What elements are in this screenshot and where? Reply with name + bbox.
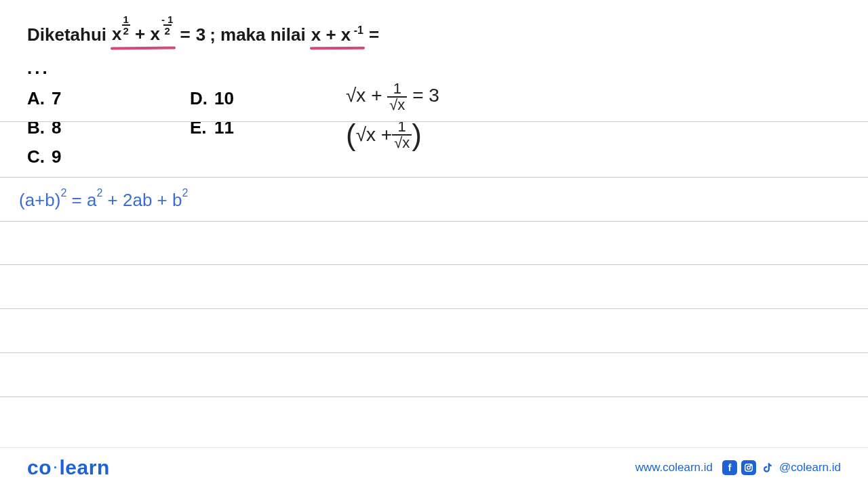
option-a-value: 7: [52, 88, 61, 108]
handwriting-black-line1: √x + 1√x = 3: [346, 81, 439, 113]
question-text: Diketahui x12 + x- 12 = 3 ; maka nilai x…: [27, 24, 841, 45]
rule-line: [0, 177, 868, 178]
logo-co: co: [27, 456, 52, 479]
footer: co·learn www.colearn.id f @colearn.id: [0, 447, 868, 488]
option-b-value: 8: [52, 117, 61, 138]
facebook-icon[interactable]: f: [722, 460, 737, 475]
instagram-icon[interactable]: [741, 460, 756, 475]
page-content: Diketahui x12 + x- 12 = 3 ; maka nilai x…: [0, 0, 868, 434]
rule-line: [0, 308, 868, 309]
middle-text: ; maka nilai: [210, 24, 306, 45]
logo-learn: learn: [60, 456, 110, 479]
svg-point-2: [751, 465, 751, 466]
equals-sign: =: [369, 24, 379, 45]
option-c[interactable]: C.9: [27, 146, 190, 167]
footer-right: www.colearn.id f @colearn.id: [635, 460, 841, 475]
svg-point-1: [747, 466, 751, 470]
rule-line: [0, 121, 868, 122]
rule-line: [0, 264, 868, 265]
handwriting-black-line2: ( √x + 1√x ): [346, 119, 439, 150]
word-diketahui: Diketahui: [27, 24, 106, 45]
social-icons: f @colearn.id: [722, 460, 841, 475]
given-rhs: 3: [196, 24, 205, 45]
brand-logo: co·learn: [27, 456, 110, 479]
social-handle: @colearn.id: [779, 461, 841, 474]
ellipsis: ...: [27, 58, 841, 79]
given-expression: x12 + x- 12: [112, 24, 174, 45]
tiktok-icon[interactable]: [760, 460, 775, 475]
option-b[interactable]: B.8: [27, 117, 190, 138]
asked-expression: x + x -1: [311, 24, 363, 45]
handwriting-black: √x + 1√x = 3 ( √x + 1√x ): [346, 81, 439, 150]
option-d-value: 10: [214, 88, 234, 108]
rule-line: [0, 221, 868, 222]
rule-line: [0, 396, 868, 397]
option-c-value: 9: [52, 146, 61, 167]
footer-url[interactable]: www.colearn.id: [635, 461, 713, 474]
option-e-value: 11: [214, 117, 234, 138]
footer-divider: [0, 447, 868, 448]
handwriting-blue-formula: (a+b)2 = a2 + 2ab + b2: [19, 190, 188, 211]
option-d[interactable]: D.10: [190, 88, 339, 109]
rule-line: [0, 352, 868, 353]
option-e[interactable]: E.11: [190, 117, 339, 138]
option-a[interactable]: A.7: [27, 88, 190, 109]
